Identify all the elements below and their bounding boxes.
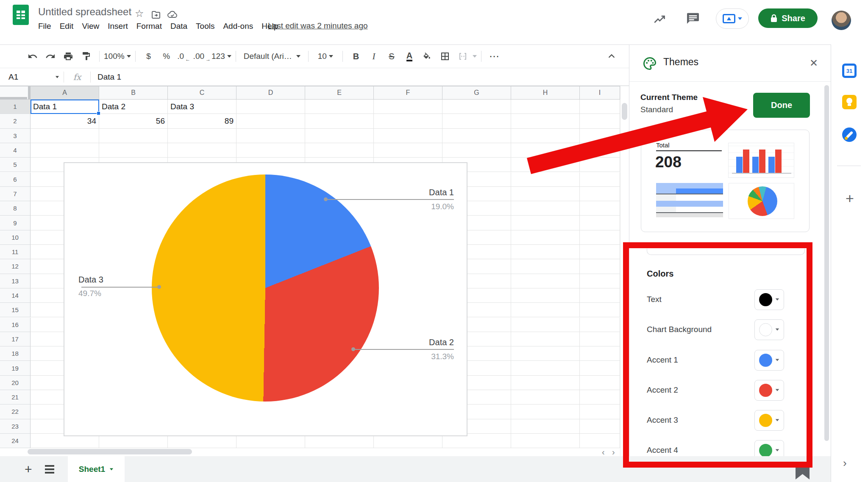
swatch-caret-icon[interactable] (776, 419, 779, 421)
pie-chart[interactable] (152, 175, 379, 402)
cell-F4[interactable] (374, 143, 442, 158)
cell-I24[interactable] (580, 434, 620, 448)
swatch-caret-icon[interactable] (776, 389, 779, 391)
color-swatch-accent-2[interactable] (754, 380, 784, 401)
formula-input[interactable]: Data 1 (91, 72, 121, 82)
cell-F3[interactable] (374, 129, 442, 143)
cell-I22[interactable] (580, 404, 620, 419)
cell-H17[interactable] (511, 332, 580, 346)
comment-icon[interactable] (686, 12, 700, 25)
tasks-icon[interactable] (842, 127, 857, 142)
cell-H13[interactable] (511, 274, 580, 288)
decrease-decimal-button[interactable]: .0← (175, 49, 193, 64)
row-header-10[interactable]: 10 (0, 230, 31, 245)
row-header-4[interactable]: 4 (0, 143, 31, 158)
cell-E1[interactable] (305, 100, 374, 114)
undo-button[interactable] (24, 49, 42, 64)
font-select[interactable]: Default (Ari… (240, 49, 304, 64)
italic-button[interactable]: I (365, 49, 383, 64)
cell-I23[interactable] (580, 419, 620, 434)
row-header-9[interactable]: 9 (0, 216, 31, 230)
sheets-logo-icon[interactable] (13, 5, 29, 25)
cell-I10[interactable] (580, 230, 620, 245)
strikethrough-button[interactable]: S (383, 49, 401, 64)
column-header-F[interactable]: F (374, 86, 442, 100)
zoom-select[interactable]: 100% (104, 49, 131, 64)
cell-G4[interactable] (442, 143, 511, 158)
more-toolbar-button[interactable]: ⋯ (486, 49, 504, 64)
all-sheets-button[interactable] (45, 465, 54, 474)
color-swatch-accent-3[interactable] (754, 410, 784, 431)
fill-color-button[interactable] (418, 49, 436, 64)
row-header-18[interactable]: 18 (0, 346, 31, 361)
column-header-A[interactable]: A (31, 86, 99, 100)
cell-I21[interactable] (580, 390, 620, 404)
cell-D1[interactable] (236, 100, 305, 114)
text-color-button[interactable]: A (401, 49, 418, 64)
cell-F1[interactable] (374, 100, 442, 114)
select-all-corner[interactable] (0, 86, 31, 100)
cell-H1[interactable] (511, 100, 580, 114)
cell-H24[interactable] (511, 434, 580, 448)
cell-H18[interactable] (511, 346, 580, 361)
increase-decimal-button[interactable]: .00→ (193, 49, 211, 64)
menu-data[interactable]: Data (166, 20, 192, 33)
cell-I13[interactable] (580, 274, 620, 288)
row-header-7[interactable]: 7 (0, 187, 31, 201)
cell-E2[interactable] (305, 114, 374, 128)
row-header-12[interactable]: 12 (0, 259, 31, 274)
menu-addons[interactable]: Add-ons (219, 20, 257, 33)
cell-H12[interactable] (511, 259, 580, 274)
cell-H11[interactable] (511, 245, 580, 259)
cell-I12[interactable] (580, 259, 620, 274)
row-header-22[interactable]: 22 (0, 404, 31, 419)
row-header-6[interactable]: 6 (0, 172, 31, 187)
swatch-caret-icon[interactable] (776, 328, 779, 330)
cell-I20[interactable] (580, 376, 620, 390)
row-header-15[interactable]: 15 (0, 303, 31, 317)
cell-C2[interactable]: 89 (168, 114, 236, 128)
borders-button[interactable] (436, 49, 454, 64)
keep-icon[interactable] (842, 95, 857, 109)
cell-H22[interactable] (511, 404, 580, 419)
cell-I15[interactable] (580, 303, 620, 317)
present-dropdown-caret-icon[interactable] (738, 17, 742, 20)
cell-H21[interactable] (511, 390, 580, 404)
cell-G1[interactable] (442, 100, 511, 114)
sheet-tab-caret-icon[interactable] (110, 468, 113, 470)
row-header-14[interactable]: 14 (0, 288, 31, 303)
column-header-B[interactable]: B (99, 86, 168, 100)
cell-B2[interactable]: 56 (99, 114, 168, 128)
cell-H23[interactable] (511, 419, 580, 434)
cell-F2[interactable] (374, 114, 442, 128)
add-sheet-button[interactable]: + (25, 463, 32, 476)
cell-H8[interactable] (511, 201, 580, 216)
menu-edit[interactable]: Edit (56, 20, 78, 33)
cell-H5[interactable] (511, 158, 580, 172)
menu-view[interactable]: View (78, 20, 103, 33)
cell-G2[interactable] (442, 114, 511, 128)
fill-handle[interactable] (97, 111, 100, 115)
format-currency-button[interactable]: $ (140, 49, 158, 64)
cell-I6[interactable] (580, 172, 620, 187)
cell-I16[interactable] (580, 318, 620, 332)
cell-I18[interactable] (580, 346, 620, 361)
row-header-24[interactable]: 24 (0, 434, 31, 448)
row-header-20[interactable]: 20 (0, 376, 31, 390)
present-button[interactable] (716, 8, 749, 29)
theme-preview-card[interactable]: Total 208 (641, 130, 810, 232)
calendar-icon[interactable]: 31 (842, 64, 857, 78)
collapse-sidebar-icon[interactable]: › (843, 457, 847, 470)
cell-A4[interactable] (31, 143, 99, 158)
user-avatar[interactable] (832, 11, 851, 30)
horizontal-scrollbar-thumb[interactable] (28, 449, 192, 454)
row-header-5[interactable]: 5 (0, 158, 31, 172)
row-header-16[interactable]: 16 (0, 318, 31, 332)
cell-H15[interactable] (511, 303, 580, 317)
cell-I11[interactable] (580, 245, 620, 259)
cell-I19[interactable] (580, 361, 620, 375)
cell-H10[interactable] (511, 230, 580, 245)
menu-format[interactable]: Format (132, 20, 166, 33)
cell-D2[interactable] (236, 114, 305, 128)
menu-file[interactable]: File (34, 20, 56, 33)
